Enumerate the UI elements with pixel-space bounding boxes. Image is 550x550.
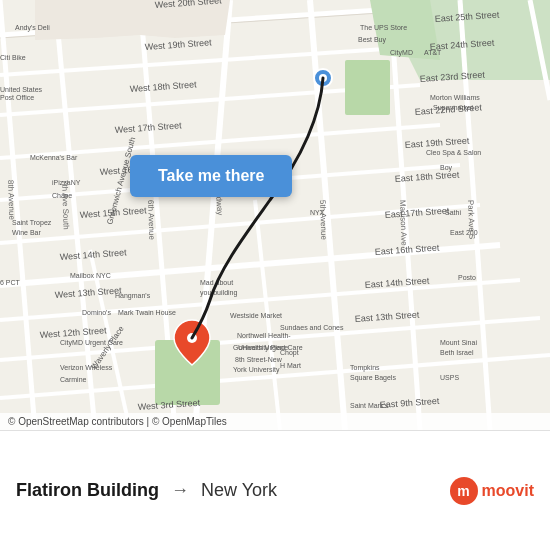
svg-text:Boy: Boy xyxy=(440,164,453,172)
bottom-bar: Flatiron Building → New York m moovit xyxy=(0,430,550,550)
svg-text:Sathi: Sathi xyxy=(445,209,461,216)
svg-text:Andy's Deli: Andy's Deli xyxy=(15,24,50,32)
moovit-text: moovit xyxy=(482,482,534,500)
svg-text:Chase: Chase xyxy=(52,192,72,199)
svg-text:Posto: Posto xyxy=(458,274,476,281)
svg-text:Beth Israel: Beth Israel xyxy=(440,349,474,356)
svg-text:East 200: East 200 xyxy=(450,229,478,236)
svg-text:8th Street-New: 8th Street-New xyxy=(235,356,283,363)
svg-text:Square Bagels: Square Bagels xyxy=(350,374,396,382)
svg-text:Supermarket: Supermarket xyxy=(433,104,473,112)
svg-text:Westside Market: Westside Market xyxy=(230,312,282,319)
svg-text:5th Avenue: 5th Avenue xyxy=(318,200,328,241)
svg-text:Madison Ave: Madison Ave xyxy=(398,200,409,246)
svg-text:Morton Williams: Morton Williams xyxy=(430,94,480,101)
svg-text:6 PCT: 6 PCT xyxy=(0,279,21,286)
svg-text:Mark Twain House: Mark Twain House xyxy=(118,309,176,316)
svg-text:Sundaes and Cones: Sundaes and Cones xyxy=(280,324,344,331)
svg-text:Tompkins: Tompkins xyxy=(350,364,380,372)
svg-text:Carmine: Carmine xyxy=(60,376,87,383)
svg-text:6th Avenue: 6th Avenue xyxy=(146,200,156,241)
svg-text:Wine Bar: Wine Bar xyxy=(12,229,41,236)
map-attribution: © OpenStreetMap contributors | © OpenMap… xyxy=(0,413,550,430)
svg-marker-27 xyxy=(35,0,140,40)
svg-text:Northwell Health-: Northwell Health- xyxy=(237,332,291,339)
svg-text:Verizon Wireless: Verizon Wireless xyxy=(60,364,113,371)
svg-text:The UPS Store: The UPS Store xyxy=(360,24,407,31)
svg-text:York University: York University xyxy=(233,366,280,374)
svg-text:United States: United States xyxy=(0,86,43,93)
svg-rect-25 xyxy=(345,60,390,115)
moovit-logo: m moovit xyxy=(450,477,534,505)
moovit-icon: m xyxy=(450,477,478,505)
svg-text:Cleo Spa & Salon: Cleo Spa & Salon xyxy=(426,149,481,157)
place-name: Flatiron Building xyxy=(16,480,159,501)
take-me-there-button[interactable]: Take me there xyxy=(130,155,292,197)
svg-text:USPS: USPS xyxy=(440,374,459,381)
svg-text:7th Ave South: 7th Ave South xyxy=(60,180,71,230)
svg-text:Hangman's: Hangman's xyxy=(115,292,151,300)
svg-text:Citi Bike: Citi Bike xyxy=(0,54,26,61)
svg-text:CityMD: CityMD xyxy=(390,49,413,57)
svg-text:you building: you building xyxy=(200,289,237,297)
svg-text:NYX: NYX xyxy=(310,209,325,216)
svg-text:H Mart: H Mart xyxy=(280,362,301,369)
location-info: Flatiron Building → New York xyxy=(16,480,450,501)
svg-text:Mailbox NYC: Mailbox NYC xyxy=(70,272,111,279)
svg-text:Saint Tropez: Saint Tropez xyxy=(12,219,52,227)
svg-text:Best Buy: Best Buy xyxy=(358,36,387,44)
svg-text:Post Office: Post Office xyxy=(0,94,34,101)
map-container: West 20th Street West 19th Street West 1… xyxy=(0,0,550,430)
svg-text:McKenna's Bar: McKenna's Bar xyxy=(30,154,78,161)
svg-text:iPizzaNY: iPizzaNY xyxy=(52,179,81,186)
svg-text:8th Avenue: 8th Avenue xyxy=(6,180,16,221)
svg-text:AT&T: AT&T xyxy=(424,49,442,56)
svg-text:Chopt: Chopt xyxy=(280,349,299,357)
svg-text:Domino's: Domino's xyxy=(82,309,111,316)
svg-text:Mount Sinai: Mount Sinai xyxy=(440,339,477,346)
city-name: New York xyxy=(201,480,277,501)
arrow-right-icon: → xyxy=(171,480,189,501)
